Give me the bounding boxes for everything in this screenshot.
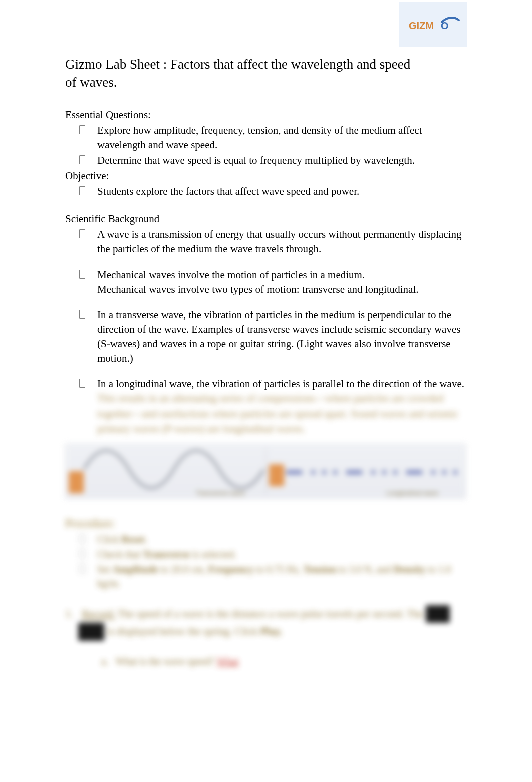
left-hand-icon [69,471,84,493]
wave-diagram-panel: Transverse wave Longitudinal wave [65,444,466,499]
svg-point-19 [442,470,446,474]
sub-text: What is the wave speed? [116,656,217,667]
list-item-text: Explore how amplitude, frequency, tensio… [97,123,467,152]
right-hand-icon [269,464,284,486]
step-1: 1. Record: The speed of a wave is the di… [65,605,467,641]
step-1-sub-a: a. What is the wave speed? What [65,656,467,667]
list-item: Students explore the factors that affect… [79,184,467,199]
svg-point-17 [418,470,422,474]
svg-point-8 [350,470,354,474]
step-text: The speed of a wave is the distance a wa… [118,608,426,620]
answer-text: What [217,656,238,667]
svg-point-18 [431,470,435,474]
objective-heading: Objective: [65,170,467,182]
procedure-list: Click Reset. Check that Transverse is se… [65,532,467,590]
svg-point-6 [333,470,337,474]
redacted-bar: wave [426,605,450,623]
svg-point-10 [358,470,362,474]
svg-point-20 [453,470,457,474]
essential-questions-list: Explore how amplitude, frequency, tensio… [65,123,467,168]
panel-divider [265,447,266,495]
list-item-text: Determine that wave speed is equal to fr… [97,153,467,168]
list-item-text: Students explore the factors that affect… [97,184,467,199]
logo-box: GIZM O [399,2,467,47]
svg-point-2 [294,470,298,474]
list-item: Click Reset. [79,532,467,546]
proc-bold: Reset [121,534,145,545]
svg-point-15 [410,470,414,474]
list-item: Check that Transverse is selected. [79,547,467,561]
list-item-text: Mechanical waves involve two types of mo… [97,282,467,297]
longitudinal-wave-icon [286,466,458,478]
gizmo-logo: GIZM O [406,12,461,37]
svg-point-5 [322,470,326,474]
proc-text: Click Reset. [97,534,147,545]
document-page: Gizmo Lab Sheet : Factors that affect th… [0,0,532,687]
objective-list: Students explore the factors that affect… [65,184,467,199]
proc-bold: Amplitude [113,564,158,575]
svg-point-14 [406,470,410,474]
svg-point-13 [393,470,397,474]
list-item: A wave is a transmission of energy that … [79,227,467,256]
list-item: In a longitudinal wave, the vibration of… [79,377,467,391]
list-item: Determine that wave speed is equal to fr… [79,153,467,168]
step-text: is displayed below the spring. Click [107,625,260,637]
step-bold: Play. [260,625,283,637]
longitudinal-caption: Longitudinal wave [386,489,438,497]
scientific-background-heading: Scientific Background [65,213,467,225]
proc-bold: Density [393,564,425,575]
step-number: 1. [65,605,79,623]
proc-text: Set Amplitude to 20.0 cm, Frequency to 0… [97,564,451,589]
transverse-wave-icon [84,449,264,489]
blurred-content: This results in an alternating series of… [65,391,467,667]
proc-bold: Tension [303,564,336,575]
list-item-text: In a transverse wave, the vibration of p… [97,308,467,366]
sub-label: a. [101,656,108,667]
proc-bold: Transverse [143,549,190,560]
procedure-heading: Procedure: [65,517,467,530]
logo-text-left: GIZM [409,20,434,31]
transverse-caption: Transverse wave [196,489,245,497]
svg-point-7 [346,470,350,474]
list-item: Explore how amplitude, frequency, tensio… [79,123,467,152]
proc-text: Check that Transverse is selected. [97,549,236,560]
svg-point-12 [382,470,386,474]
list-item-text: A wave is a transmission of energy that … [97,227,467,256]
list-item: Set Amplitude to 20.0 cm, Frequency to 0… [79,562,467,590]
list-item-text: In a longitudinal wave, the vibration of… [97,377,467,391]
svg-point-11 [371,470,375,474]
proc-bold: Frequency [208,564,254,575]
svg-point-0 [286,470,290,474]
scientific-background-list: A wave is a transmission of energy that … [65,227,467,391]
svg-point-3 [298,470,302,474]
svg-point-9 [354,470,358,474]
page-title: Gizmo Lab Sheet : Factors that affect th… [65,55,416,92]
step-label: Record: [82,608,115,620]
list-item-text: Mechanical waves involve the motion of p… [97,268,467,282]
essential-questions-heading: Essential Questions: [65,109,467,121]
list-item: Mechanical waves involve the motion of p… [79,268,467,297]
svg-point-4 [311,470,315,474]
list-item: In a transverse wave, the vibration of p… [79,308,467,366]
svg-point-16 [414,470,418,474]
svg-point-1 [290,470,294,474]
longitudinal-extra-text: This results in an alternating series of… [65,391,467,436]
redacted-bar: speed [78,623,104,641]
